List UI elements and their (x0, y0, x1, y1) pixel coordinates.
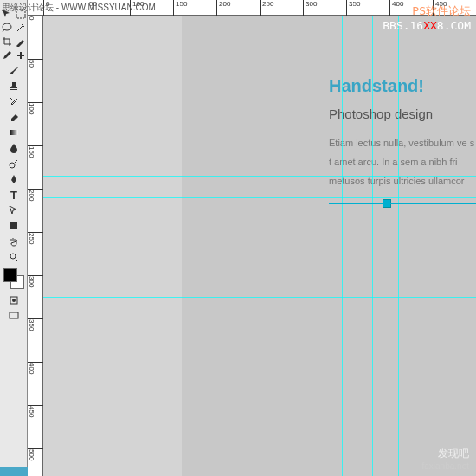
ruler-v-tick: 300 (28, 275, 43, 287)
eyedropper-tool[interactable] (0, 48, 14, 62)
ruler-v-tick: 400 (28, 362, 43, 374)
guide-horizontal[interactable] (43, 68, 476, 68)
ruler-v-tick: 250 (28, 232, 43, 244)
ruler-v-tick: 200 (28, 189, 43, 201)
fg-color[interactable] (3, 268, 17, 282)
brush-tool[interactable] (0, 62, 28, 78)
vertical-ruler[interactable]: 050100150200250300350400450500550 (28, 16, 43, 476)
guide-horizontal[interactable] (43, 297, 476, 298)
stamp-tool[interactable] (0, 78, 28, 93)
guide-horizontal[interactable] (43, 176, 476, 177)
svg-rect-9 (10, 312, 18, 318)
gradient-tool[interactable] (0, 125, 28, 140)
hand-tool[interactable] (0, 234, 28, 249)
lasso-tool[interactable] (0, 21, 14, 35)
wm-br-url: faxianba.net (422, 461, 470, 471)
zoom-tool[interactable] (0, 249, 28, 265)
svg-point-8 (12, 299, 16, 302)
ruler-v-tick: 350 (28, 318, 43, 331)
path-tool[interactable] (0, 203, 28, 218)
shape-tool[interactable] (0, 218, 28, 234)
watermark-top-right: PS软件论坛 BBS.16XX8.COM (383, 3, 471, 32)
ruler-h-tick: 200 (216, 0, 230, 16)
guide-vertical[interactable] (398, 16, 399, 476)
ruler-h-tick: 250 (260, 0, 273, 16)
ruler-v-tick: 500 (28, 448, 43, 460)
guide-vertical[interactable] (87, 16, 87, 476)
ruler-v-tick: 0 (28, 16, 43, 20)
canvas-area[interactable]: Handstand! Photoshop design Etiam lectus… (43, 16, 476, 476)
dodge-tool[interactable] (0, 156, 28, 171)
slice-tool[interactable] (14, 35, 28, 48)
pen-tool[interactable] (0, 171, 28, 187)
heal-tool[interactable] (14, 48, 28, 62)
ruler-v-tick: 150 (28, 145, 43, 158)
eraser-tool[interactable] (0, 109, 28, 125)
bottom-swatch (0, 467, 28, 476)
svg-point-6 (10, 254, 16, 259)
quickmask-tool[interactable] (0, 293, 28, 308)
svg-point-4 (10, 163, 15, 168)
crop-tool[interactable] (0, 35, 14, 48)
ruler-h-tick: 150 (173, 0, 187, 16)
type-tool[interactable]: T (0, 187, 28, 203)
svg-rect-3 (10, 130, 18, 135)
wand-tool[interactable] (14, 21, 28, 35)
watermark-bottom-right: 发现吧 faxianba.net (422, 447, 470, 471)
wm-line1: PS软件论坛 (383, 3, 471, 19)
blur-tool[interactable] (0, 140, 28, 156)
ruler-v-tick: 100 (28, 102, 43, 114)
guide-vertical[interactable] (342, 16, 343, 476)
ruler-h-tick: 300 (303, 0, 317, 16)
anchor-line (329, 203, 476, 204)
guide-vertical[interactable] (351, 16, 351, 476)
ruler-v-tick: 50 (28, 59, 43, 68)
screenmode-tool[interactable] (0, 308, 28, 324)
watermark-top-left: 思缘设计论坛 - WWW.MISSYUAN.COM (2, 2, 156, 14)
svg-rect-2 (20, 52, 22, 59)
guide-horizontal[interactable] (43, 197, 476, 198)
ruler-v-tick: 450 (28, 405, 43, 417)
tools-panel: T (0, 0, 28, 476)
wm-line2: BBS.16XX8.COM (383, 19, 471, 32)
guide-vertical[interactable] (372, 16, 373, 476)
history-brush-tool[interactable] (0, 93, 28, 109)
color-swatch[interactable] (3, 268, 24, 289)
svg-rect-5 (10, 222, 17, 229)
wm-br-label: 发现吧 (422, 447, 470, 461)
ruler-h-tick: 350 (346, 0, 360, 16)
